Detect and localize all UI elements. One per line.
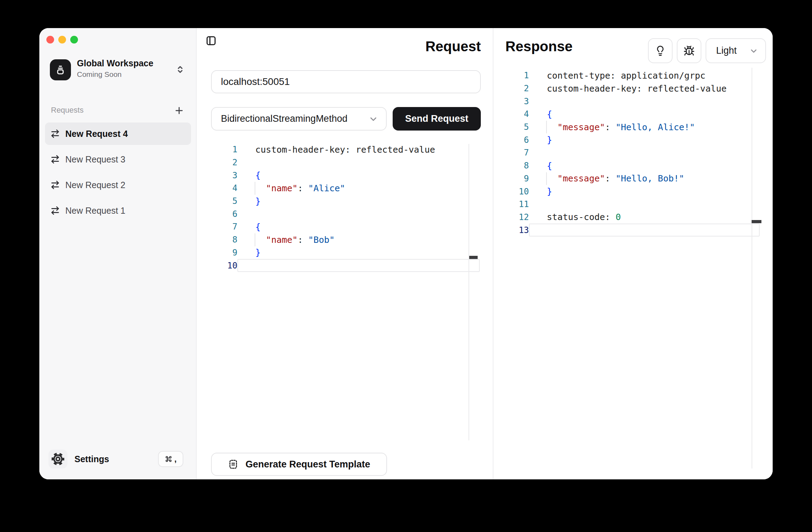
zoom-window-button[interactable] — [70, 36, 78, 44]
requests-section-label: Requests — [51, 106, 84, 115]
sidebar-request-item[interactable]: New Request 3 — [45, 148, 191, 171]
plus-icon — [174, 105, 184, 116]
line-number: 6 — [499, 135, 529, 145]
code-line: 12status-code: 0 — [499, 211, 762, 224]
line-number: 11 — [499, 199, 529, 209]
code-line: 7{ — [208, 220, 482, 233]
server-url-input[interactable] — [211, 70, 481, 93]
desktop-background: Global Workspace Coming Soon Requests Ne… — [0, 0, 812, 532]
line-number: 1 — [499, 71, 529, 80]
sidebar-request-item[interactable]: New Request 1 — [45, 199, 191, 222]
response-editor[interactable]: 1content-type: application/grpc2custom-h… — [499, 69, 762, 237]
line-number: 12 — [499, 212, 529, 222]
line-number: 9 — [499, 174, 529, 184]
arrows-right-left-icon — [50, 205, 60, 216]
line-number: 2 — [499, 84, 529, 93]
code-line: 1custom-header-key: reflected-value — [208, 143, 482, 156]
workspace-name: Global Workspace — [77, 58, 153, 68]
line-number: 9 — [208, 248, 237, 258]
toggle-sidebar-button[interactable] — [205, 35, 217, 47]
generate-request-template-label: Generate Request Template — [245, 459, 370, 470]
panel-left-icon — [205, 35, 217, 47]
line-number: 5 — [208, 196, 237, 206]
request-item-label: New Request 3 — [65, 154, 125, 165]
code-line: 1content-type: application/grpc — [499, 69, 762, 82]
code-line: 3{ — [208, 169, 482, 182]
request-item-label: New Request 2 — [65, 180, 125, 190]
minimize-window-button[interactable] — [58, 36, 66, 44]
request-item-label: New Request 1 — [65, 206, 125, 216]
hint-button[interactable] — [648, 38, 673, 63]
line-number: 7 — [208, 222, 237, 232]
code-line: 7 — [499, 146, 762, 159]
line-number: 10 — [208, 261, 237, 271]
method-selected-label: BidirectionalStreamingMethod — [221, 113, 368, 124]
line-number: 8 — [208, 235, 237, 245]
close-window-button[interactable] — [46, 36, 54, 44]
template-icon — [228, 459, 238, 470]
line-number: 6 — [208, 209, 237, 219]
line-number: 13 — [499, 225, 529, 235]
arrows-right-left-icon — [50, 154, 60, 165]
request-item-label: New Request 4 — [65, 129, 128, 139]
code-line: 11 — [499, 198, 762, 211]
response-editor-scrollbar-track — [752, 68, 752, 468]
settings-shortcut-badge: , — [158, 451, 183, 467]
arrows-right-left-icon — [50, 180, 60, 190]
code-line: 10 — [208, 259, 482, 272]
lightbulb-icon — [655, 45, 666, 56]
request-panel-title: Request — [340, 39, 481, 54]
code-line: 2custom-header-key: reflected-value — [499, 82, 762, 95]
sidebar-request-item[interactable]: New Request 4 — [45, 122, 191, 145]
chevrons-up-down-icon — [175, 64, 185, 75]
line-number: 10 — [499, 187, 529, 197]
chevron-down-icon — [749, 46, 758, 55]
send-request-button[interactable]: Send Request — [393, 107, 481, 131]
code-line: 9} — [208, 246, 482, 259]
method-dropdown[interactable]: BidirectionalStreamingMethod — [211, 107, 387, 131]
code-line: 5} — [208, 195, 482, 208]
line-number: 8 — [499, 161, 529, 171]
workspace-subtitle: Coming Soon — [77, 70, 122, 79]
response-editor-scrollbar-thumb[interactable] — [752, 220, 761, 223]
theme-dropdown[interactable]: Light — [706, 38, 766, 63]
line-number: 1 — [208, 145, 237, 154]
line-number: 4 — [499, 109, 529, 119]
request-editor-scrollbar-thumb[interactable] — [469, 256, 478, 259]
code-line: 8{ — [499, 159, 762, 172]
request-editor[interactable]: 1custom-header-key: reflected-value23{4 … — [208, 143, 482, 272]
line-number: 2 — [208, 158, 237, 167]
code-line: 13 — [499, 224, 762, 237]
response-panel-title: Response — [505, 39, 572, 54]
code-line: 6 — [208, 207, 482, 220]
gear-icon — [51, 452, 65, 466]
line-number: 4 — [208, 183, 237, 193]
command-icon — [165, 455, 172, 463]
arrows-right-left-icon — [50, 128, 60, 139]
line-number: 3 — [208, 171, 237, 180]
workspace-switcher[interactable] — [175, 64, 185, 76]
settings-label: Settings — [74, 454, 109, 464]
chevron-down-icon — [368, 114, 378, 124]
code-line: 3 — [499, 95, 762, 108]
line-number: 5 — [499, 122, 529, 132]
code-line: 2 — [208, 156, 482, 169]
code-line: 5 "message": "Hello, Alice!" — [499, 121, 762, 134]
bug-icon — [683, 45, 695, 56]
code-line: 4{ — [499, 108, 762, 121]
add-request-button[interactable] — [174, 105, 184, 117]
code-line: 6} — [499, 133, 762, 146]
settings-button[interactable] — [48, 450, 67, 468]
request-editor-scrollbar-track — [469, 144, 469, 440]
sidebar-request-item[interactable]: New Request 2 — [45, 174, 191, 196]
sidebar — [39, 28, 197, 479]
code-line: 10} — [499, 185, 762, 198]
theme-selected-label: Light — [716, 45, 749, 56]
app-window: Global Workspace Coming Soon Requests Ne… — [39, 28, 773, 479]
code-line: 8 "name": "Bob" — [208, 233, 482, 246]
debug-button[interactable] — [677, 38, 701, 63]
code-line: 4 "name": "Alice" — [208, 182, 482, 195]
generate-request-template-button[interactable]: Generate Request Template — [211, 453, 387, 476]
line-number: 3 — [499, 97, 529, 106]
code-line: 9 "message": "Hello, Bob!" — [499, 172, 762, 185]
